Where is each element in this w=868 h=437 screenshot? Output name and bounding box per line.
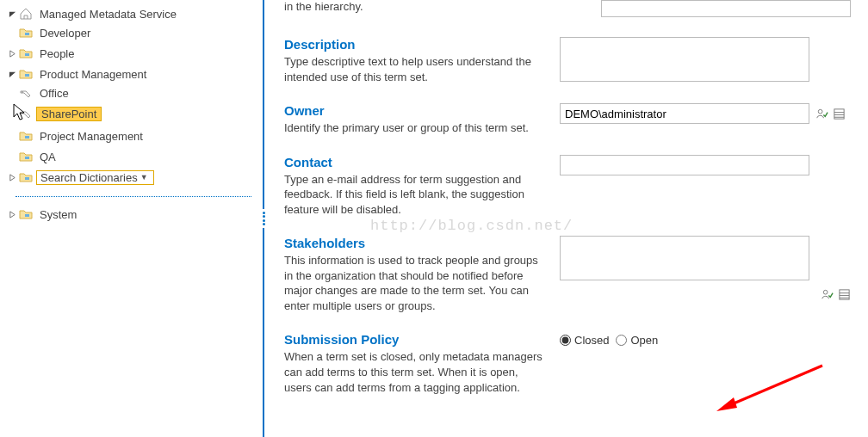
browse-people-icon[interactable]: [837, 287, 851, 301]
cursor-icon: [13, 103, 27, 122]
svg-rect-1: [25, 53, 29, 56]
radio-closed[interactable]: [560, 335, 571, 346]
folder-tags-icon: [19, 207, 33, 221]
radio-open[interactable]: [616, 335, 627, 346]
stakeholders-help: This information is used to track people…: [284, 253, 544, 313]
tree-node-product-management[interactable]: Product Management: [7, 65, 251, 83]
caret-right-icon[interactable]: [7, 209, 17, 219]
tree-root-label[interactable]: Managed Metadata Service: [36, 7, 180, 22]
tree-node-people[interactable]: People: [7, 45, 251, 62]
tag-icon: [19, 86, 33, 100]
svg-rect-8: [25, 214, 29, 217]
tree-node-project-management[interactable]: Project Management: [7, 127, 251, 145]
folder-tags-icon: [19, 170, 33, 184]
contact-heading: Contact: [284, 155, 544, 169]
tree-node-sharepoint[interactable]: SharePoint: [7, 105, 251, 122]
submission-help: When a term set is closed, only metadata…: [284, 349, 544, 395]
description-heading: Description: [284, 37, 544, 52]
check-names-icon[interactable]: [815, 107, 828, 120]
svg-point-14: [823, 290, 828, 294]
svg-rect-6: [25, 157, 29, 159]
folder-tags-icon: [19, 46, 33, 60]
owner-help: Identify the primary user or group of th…: [284, 120, 544, 136]
submission-heading: Submission Policy: [284, 332, 544, 347]
tree-separator: [16, 196, 251, 197]
splitter-vertical[interactable]: [258, 0, 269, 437]
caret-down-icon[interactable]: [7, 69, 17, 79]
stakeholders-textarea[interactable]: [560, 236, 809, 280]
section-description: Description Type descriptive text to hel…: [284, 37, 868, 84]
folder-tags-icon: [19, 150, 33, 163]
svg-rect-2: [25, 74, 29, 77]
section-stakeholders: Stakeholders This information is used to…: [284, 236, 868, 313]
house-icon: [19, 7, 33, 21]
tree-node-office[interactable]: Office: [7, 84, 251, 102]
section-contact: Contact Type an e-mail address for term …: [284, 155, 868, 218]
tree-node-search-dictionaries-dropdown[interactable]: Search Dictionaries ▼: [36, 170, 154, 185]
folder-tags-icon: [19, 129, 33, 143]
contact-help: Type an e-mail address for term suggesti…: [284, 172, 544, 218]
folder-tags-icon: [19, 67, 33, 81]
svg-rect-0: [25, 33, 29, 35]
contact-input[interactable]: [560, 155, 809, 175]
owner-input[interactable]: [560, 103, 809, 124]
term-set-properties-panel: in the hierarchy. Description Type descr…: [284, 0, 868, 437]
taxonomy-tree-sidebar: Managed Metadata Service Developer: [0, 0, 258, 437]
section-owner: Owner Identify the primary user or group…: [284, 103, 868, 136]
tree-node-developer[interactable]: Developer: [7, 24, 251, 41]
caret-right-icon[interactable]: [7, 48, 17, 58]
tree-node-system[interactable]: System: [7, 206, 251, 223]
folder-tags-icon: [19, 26, 33, 40]
caret-right-icon[interactable]: [7, 172, 17, 182]
tree-node-sharepoint-label[interactable]: SharePoint: [36, 107, 102, 121]
svg-point-9: [818, 109, 822, 114]
svg-point-3: [22, 91, 23, 93]
tree-node-qa[interactable]: QA: [7, 148, 251, 165]
stakeholders-heading: Stakeholders: [284, 236, 544, 250]
radio-closed-label[interactable]: Closed: [560, 334, 609, 347]
owner-heading: Owner: [284, 103, 544, 118]
caret-down-icon[interactable]: [7, 9, 17, 19]
tree-root-node[interactable]: Managed Metadata Service: [7, 5, 251, 22]
description-help: Type descriptive text to help users unde…: [284, 54, 544, 84]
top-help-fragment: in the hierarchy.: [284, 0, 363, 13]
chevron-down-icon: ▼: [140, 173, 148, 182]
tree-node-search-dictionaries[interactable]: Search Dictionaries ▼: [7, 169, 251, 186]
section-submission-policy: Submission Policy When a term set is clo…: [284, 332, 868, 395]
check-names-icon[interactable]: [820, 287, 834, 301]
svg-rect-7: [25, 177, 29, 180]
term-set-name-input[interactable]: [601, 0, 851, 17]
description-textarea[interactable]: [560, 37, 809, 82]
radio-open-label[interactable]: Open: [616, 334, 658, 347]
browse-people-icon[interactable]: [832, 107, 846, 120]
svg-rect-5: [25, 136, 29, 138]
